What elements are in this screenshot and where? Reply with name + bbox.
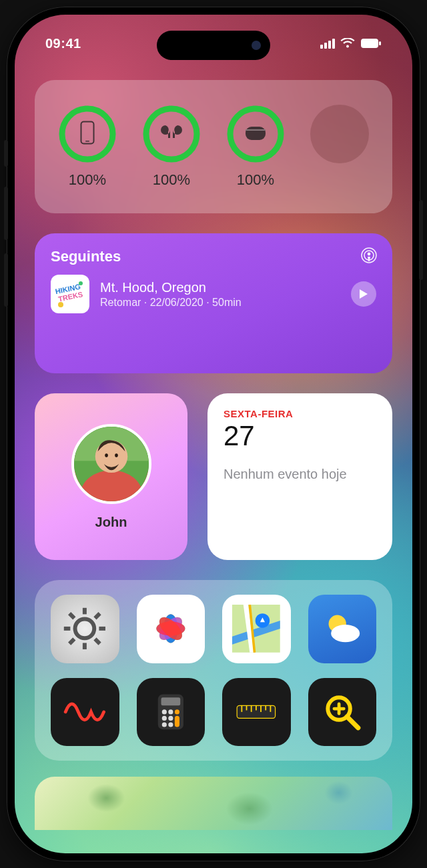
play-button[interactable] (351, 281, 376, 307)
svg-line-29 (70, 614, 75, 619)
avatar (71, 424, 151, 504)
podcast-header: Seguintes (51, 248, 376, 265)
app-library-folder[interactable] (35, 580, 392, 761)
svg-point-15 (58, 302, 63, 307)
airpods-icon (157, 123, 185, 145)
svg-rect-7 (246, 127, 266, 140)
svg-point-50 (162, 722, 167, 727)
svg-point-24 (75, 619, 95, 639)
svg-point-49 (168, 716, 173, 721)
calendar-message: Nenhum evento hoje (224, 466, 376, 483)
calendar-weekday: SEXTA-FEIRA (224, 408, 376, 419)
phone-icon (80, 121, 95, 147)
status-time: 09:41 (45, 36, 81, 51)
battery-item-empty (310, 105, 369, 189)
airpods-case-icon (244, 124, 267, 144)
contact-name: John (95, 515, 127, 530)
iphone-frame: 09:41 (7, 7, 420, 861)
svg-point-11 (368, 253, 371, 256)
dynamic-island (157, 31, 270, 60)
svg-point-48 (162, 716, 167, 721)
calendar-date: 27 (224, 421, 376, 451)
app-weather[interactable] (308, 595, 377, 663)
battery-pct: 100% (69, 171, 106, 189)
contact-widget[interactable]: John (35, 393, 187, 560)
svg-line-30 (95, 639, 100, 644)
podcast-widget[interactable]: Seguintes HIKINGTREKS Mt. Hood, Oregon R… (35, 233, 392, 373)
batteries-widget[interactable]: 100% 100% (35, 80, 392, 213)
svg-line-63 (347, 717, 358, 728)
svg-point-52 (175, 709, 179, 714)
app-measure[interactable] (222, 678, 291, 747)
map-widget-peek[interactable] (35, 777, 392, 830)
svg-rect-3 (81, 122, 94, 144)
app-calculator[interactable] (137, 678, 205, 747)
app-settings[interactable] (51, 595, 119, 663)
podcasts-icon (360, 247, 378, 267)
svg-point-47 (168, 709, 173, 714)
svg-line-31 (95, 614, 100, 619)
screen: 09:41 (15, 15, 412, 853)
calendar-widget[interactable]: SEXTA-FEIRA 27 Nenhum evento hoje (207, 393, 392, 560)
svg-point-22 (105, 453, 108, 457)
battery-item-case: 100% (226, 105, 285, 189)
app-maps[interactable] (222, 595, 291, 663)
battery-item-airpods: 100% (142, 105, 201, 189)
app-photos[interactable] (137, 595, 205, 663)
svg-rect-0 (361, 39, 378, 48)
battery-pct: 100% (237, 171, 274, 189)
wifi-icon (340, 38, 355, 49)
svg-rect-45 (161, 697, 180, 705)
svg-rect-8 (246, 129, 266, 131)
svg-line-32 (70, 639, 75, 644)
podcast-episode-row[interactable]: HIKINGTREKS Mt. Hood, Oregon Retomar · 2… (51, 275, 376, 313)
cellular-icon (320, 39, 335, 49)
podcast-artwork: HIKINGTREKS (51, 275, 89, 313)
svg-point-46 (162, 709, 167, 714)
episode-title: Mt. Hood, Oregon (100, 279, 340, 295)
svg-point-51 (168, 722, 173, 727)
svg-point-16 (79, 281, 83, 285)
app-voice-memos[interactable] (51, 678, 119, 747)
app-magnifier[interactable] (308, 678, 377, 747)
svg-rect-4 (85, 141, 89, 142)
battery-item-phone: 100% (58, 105, 117, 189)
episode-meta: Retomar · 22/06/2020 · 50min (100, 297, 340, 309)
battery-icon (360, 38, 382, 49)
battery-pct: 100% (153, 171, 190, 189)
svg-point-23 (115, 453, 118, 457)
svg-rect-53 (175, 716, 179, 727)
svg-point-43 (331, 625, 360, 642)
svg-rect-1 (379, 41, 381, 45)
